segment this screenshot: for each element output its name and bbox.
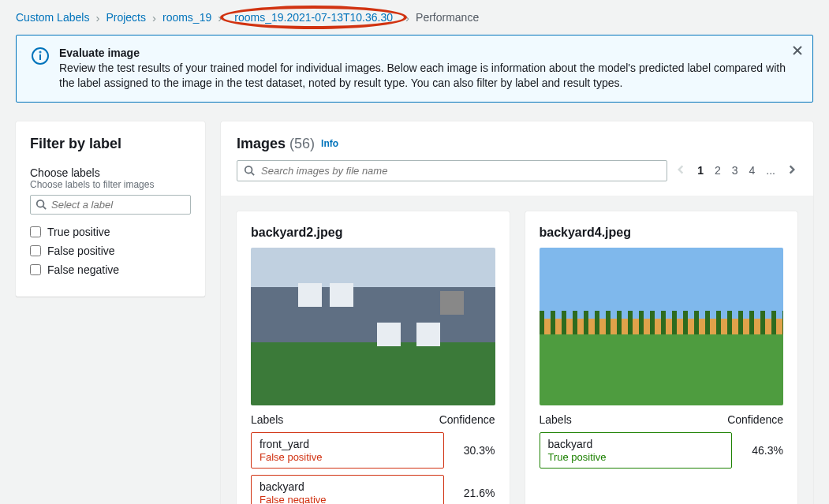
- chk-false-positive[interactable]: False positive: [30, 245, 191, 257]
- images-heading: Images: [237, 136, 286, 151]
- info-icon: [31, 47, 51, 68]
- image-card[interactable]: backyard2.jpegLabelsConfidencefront_yard…: [237, 211, 510, 504]
- label-box[interactable]: backyardTrue positive: [540, 432, 733, 469]
- label-name: backyard: [260, 480, 435, 493]
- label-row: backyardFalse negative21.6%: [251, 475, 495, 504]
- label-select[interactable]: [30, 195, 191, 215]
- page-2[interactable]: 2: [715, 164, 721, 177]
- image-filename: backyard2.jpeg: [251, 226, 495, 240]
- search-input[interactable]: [261, 165, 660, 177]
- confidence-col: Confidence: [439, 413, 495, 426]
- search-icon: [244, 165, 255, 176]
- svg-point-7: [245, 166, 252, 174]
- labels-col: Labels: [540, 413, 572, 426]
- info-link[interactable]: Info: [321, 138, 338, 149]
- breadcrumb: Custom Labels › Projects › rooms_19 › ro…: [0, 0, 829, 35]
- choose-labels-desc: Choose labels to filter images: [30, 179, 191, 190]
- crumb-performance: Performance: [416, 11, 479, 24]
- pagination: 1 2 3 4 ...: [675, 164, 797, 177]
- confidence-value: 46.3%: [740, 444, 783, 457]
- page-more[interactable]: ...: [766, 164, 775, 177]
- choose-labels-head: Choose labels: [30, 166, 191, 179]
- search-icon: [35, 199, 47, 210]
- label-name: backyard: [548, 438, 724, 450]
- svg-line-6: [43, 207, 47, 210]
- page-prev[interactable]: [675, 164, 686, 177]
- confidence-value: 21.6%: [452, 487, 495, 499]
- label-name: front_yard: [260, 438, 435, 450]
- image-card[interactable]: backyard4.jpegLabelsConfidencebackyardTr…: [525, 211, 798, 504]
- banner-title: Evaluate image: [59, 47, 798, 59]
- banner-desc: Review the test results of your trained …: [59, 61, 798, 91]
- label-select-input[interactable]: [51, 199, 185, 211]
- chevron-right-icon: ›: [95, 11, 99, 24]
- chk-false-negative[interactable]: False negative: [30, 263, 191, 276]
- search-input-wrap[interactable]: [237, 160, 667, 181]
- crumb-custom-labels[interactable]: Custom Labels: [16, 11, 89, 24]
- label-box[interactable]: backyardFalse negative: [251, 475, 444, 504]
- chevron-right-icon: ›: [405, 11, 409, 24]
- sidebar-title: Filter by label: [30, 136, 191, 152]
- chevron-right-icon: ›: [152, 11, 156, 24]
- chk-true-positive[interactable]: True positive: [30, 226, 191, 238]
- label-row: backyardTrue positive46.3%: [540, 432, 784, 469]
- labels-col: Labels: [251, 413, 283, 426]
- close-icon[interactable]: [792, 45, 803, 58]
- label-result: True positive: [548, 451, 724, 463]
- image-thumb[interactable]: [540, 248, 784, 405]
- label-row: front_yardFalse positive30.3%: [251, 432, 495, 469]
- page-1[interactable]: 1: [697, 164, 704, 177]
- content-panel: Images (56) Info 1 2 3 4 ... backyard2.j…: [221, 121, 813, 504]
- chevron-right-icon: ›: [218, 11, 222, 24]
- image-filename: backyard4.jpeg: [540, 226, 784, 240]
- crumb-room[interactable]: rooms_19: [162, 11, 211, 24]
- label-result: False negative: [260, 494, 435, 504]
- image-thumb[interactable]: [251, 248, 495, 405]
- svg-point-5: [37, 200, 44, 207]
- crumb-model[interactable]: rooms_19.2021-07-13T10.36.30: [228, 9, 399, 25]
- svg-line-8: [252, 173, 255, 176]
- label-box[interactable]: front_yardFalse positive: [251, 432, 444, 469]
- page-4[interactable]: 4: [749, 164, 756, 177]
- crumb-projects[interactable]: Projects: [106, 11, 146, 24]
- page-next[interactable]: [786, 164, 797, 177]
- svg-point-2: [40, 52, 41, 53]
- confidence-value: 30.3%: [452, 444, 495, 457]
- images-count: (56): [289, 136, 315, 151]
- page-3[interactable]: 3: [732, 164, 738, 177]
- confidence-col: Confidence: [727, 413, 783, 426]
- filter-sidebar: Filter by label Choose labels Choose lab…: [16, 121, 205, 297]
- info-banner: Evaluate image Review the test results o…: [16, 35, 813, 103]
- label-result: False positive: [260, 451, 435, 463]
